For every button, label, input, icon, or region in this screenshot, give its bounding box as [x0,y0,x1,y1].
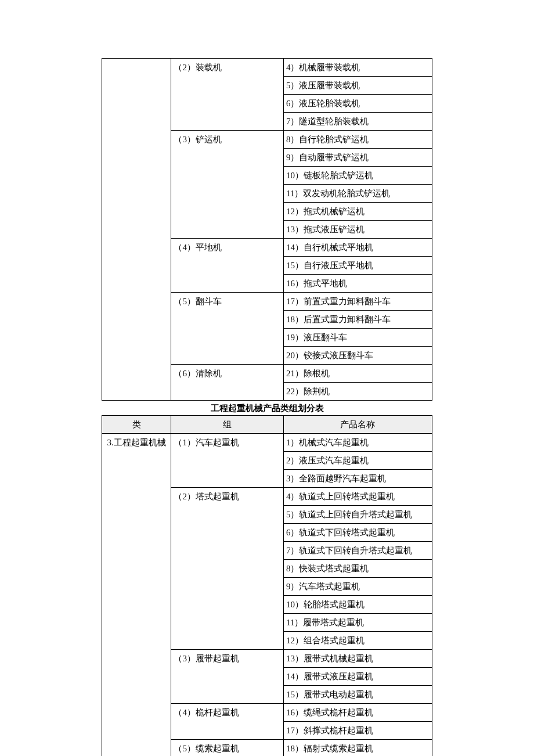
product-cell: 10）轮胎塔式起重机 [283,596,432,614]
group-cell: （2）装载机 [171,59,283,131]
product-cell: 5）液压履带装载机 [283,77,432,95]
product-cell: 4）机械履带装载机 [283,59,432,77]
product-cell: 8）快装式塔式起重机 [283,560,432,578]
product-cell: 4）轨道式上回转塔式起重机 [283,488,432,506]
section-title: 工程起重机械产品类组划分表 [102,403,432,414]
product-cell: 17）前置式重力卸料翻斗车 [283,293,432,311]
header-product: 产品名称 [283,416,432,434]
group-cell: （5）缆索起重机 [171,740,283,757]
header-group: 组 [171,416,283,434]
group-cell: （4）桅杆起重机 [171,704,283,740]
product-cell: 10）链板轮胎式铲运机 [283,167,432,185]
product-cell: 3）全路面越野汽车起重机 [283,470,432,488]
product-cell: 7）轨道式下回转自升塔式起重机 [283,542,432,560]
group-cell: （2）塔式起重机 [171,488,283,650]
table-header-row: 类 组 产品名称 [102,416,432,434]
product-cell: 6）轨道式下回转塔式起重机 [283,524,432,542]
product-cell: 9）自动履带式铲运机 [283,149,432,167]
product-cell: 17）斜撑式桅杆起重机 [283,722,432,740]
group-cell: （6）清除机 [171,365,283,401]
product-cell: 20）铰接式液压翻斗车 [283,347,432,365]
table-row: （2）装载机 4）机械履带装载机 [102,59,432,77]
product-cell: 14）履带式液压起重机 [283,668,432,686]
group-cell: （3）铲运机 [171,131,283,239]
group-cell: （4）平地机 [171,239,283,293]
product-cell: 1）机械式汽车起重机 [283,434,432,452]
header-category: 类 [102,416,171,434]
product-cell: 2）液压式汽车起重机 [283,452,432,470]
product-cell: 15）履带式电动起重机 [283,686,432,704]
product-cell: 11）履带塔式起重机 [283,614,432,632]
product-cell: 5）轨道式上回转自升塔式起重机 [283,506,432,524]
product-cell: 6）液压轮胎装载机 [283,95,432,113]
group-cell: （1）汽车起重机 [171,434,283,488]
product-cell: 13）履带式机械起重机 [283,650,432,668]
category-cell: 3.工程起重机械 [102,434,171,757]
table-row: 3.工程起重机械 （1）汽车起重机 1）机械式汽车起重机 [102,434,432,452]
product-cell: 15）自行液压式平地机 [283,257,432,275]
group-cell: （5）翻斗车 [171,293,283,365]
product-cell: 22）除荆机 [283,383,432,401]
product-cell: 16）拖式平地机 [283,275,432,293]
product-cell: 21）除根机 [283,365,432,383]
product-cell: 8）自行轮胎式铲运机 [283,131,432,149]
product-cell: 13）拖式液压铲运机 [283,221,432,239]
product-cell: 12）拖式机械铲运机 [283,203,432,221]
classification-table-continued: （2）装载机 4）机械履带装载机 5）液压履带装载机 6）液压轮胎装载机 7）隧… [102,58,432,401]
category-cell [102,59,171,401]
product-cell: 18）辐射式缆索起重机 [283,740,432,757]
product-cell: 9）汽车塔式起重机 [283,578,432,596]
product-cell: 18）后置式重力卸料翻斗车 [283,311,432,329]
product-cell: 7）隧道型轮胎装载机 [283,113,432,131]
product-cell: 14）自行机械式平地机 [283,239,432,257]
group-cell: （3）履带起重机 [171,650,283,704]
product-cell: 16）缆绳式桅杆起重机 [283,704,432,722]
product-cell: 11）双发动机轮胎式铲运机 [283,185,432,203]
crane-classification-table: 类 组 产品名称 3.工程起重机械 （1）汽车起重机 1）机械式汽车起重机 2）… [102,415,432,756]
product-cell: 19）液压翻斗车 [283,329,432,347]
product-cell: 12）组合塔式起重机 [283,632,432,650]
